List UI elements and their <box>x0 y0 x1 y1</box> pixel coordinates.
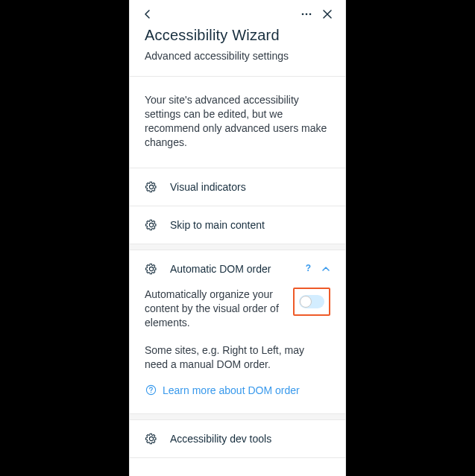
dom-order-note: Some sites, e.g. Right to Left, may need… <box>145 343 330 372</box>
toggle-thumb <box>300 296 312 308</box>
row-skip-to-main[interactable]: Skip to main content <box>130 206 345 244</box>
more-icon[interactable] <box>301 8 312 20</box>
section-spacer <box>130 244 345 250</box>
intro-section: Your site's advanced accessibility setti… <box>130 77 345 168</box>
dom-order-toggle[interactable] <box>299 295 324 308</box>
gear-icon <box>145 432 158 445</box>
description-row: Automatically organize your content by t… <box>145 288 330 330</box>
gear-icon <box>145 218 158 232</box>
panel-title: Accessibility Wizard <box>145 25 330 45</box>
toggle-highlight-frame <box>293 288 330 316</box>
svg-point-4 <box>150 392 151 393</box>
panel-subtitle: Advanced accessibility settings <box>145 49 330 63</box>
gear-icon <box>145 180 158 194</box>
row-auto-dom-order[interactable]: Automatic DOM order ? <box>130 250 345 288</box>
row-auto-dom-order-section: Automatic DOM order ? Automatically orga… <box>130 250 345 414</box>
chevron-up-icon[interactable] <box>321 264 330 273</box>
close-icon[interactable] <box>321 8 333 20</box>
row-label: Automatic DOM order <box>170 262 306 276</box>
auto-dom-order-body: Automatically organize your content by t… <box>130 288 345 413</box>
help-icon[interactable]: ? <box>306 263 311 275</box>
row-label: Visual indicators <box>170 180 246 194</box>
intro-text: Your site's advanced accessibility setti… <box>130 77 345 168</box>
svg-point-0 <box>302 13 304 16</box>
header-actions <box>301 8 333 20</box>
svg-point-1 <box>306 13 308 16</box>
gear-icon <box>145 262 158 276</box>
title-block: Accessibility Wizard Advanced accessibil… <box>130 21 345 76</box>
row-label: Accessibility dev tools <box>170 432 271 445</box>
question-circle-icon <box>145 384 157 396</box>
panel-header-section: Accessibility Wizard Advanced accessibil… <box>130 0 345 77</box>
learn-more-link[interactable]: Learn more about DOM order <box>145 384 330 397</box>
row-label: Skip to main content <box>170 218 265 232</box>
learn-more-text: Learn more about DOM order <box>163 384 300 397</box>
row-a11y-dev-tools[interactable]: Accessibility dev tools <box>130 420 345 458</box>
svg-point-2 <box>309 13 312 16</box>
back-icon[interactable] <box>142 8 154 20</box>
row-visual-indicators[interactable]: Visual indicators <box>130 168 345 206</box>
accessibility-wizard-panel: Accessibility Wizard Advanced accessibil… <box>129 0 346 476</box>
header-bar <box>130 0 345 21</box>
description-text: Automatically organize your content by t… <box>145 288 286 330</box>
section-spacer <box>130 414 345 420</box>
